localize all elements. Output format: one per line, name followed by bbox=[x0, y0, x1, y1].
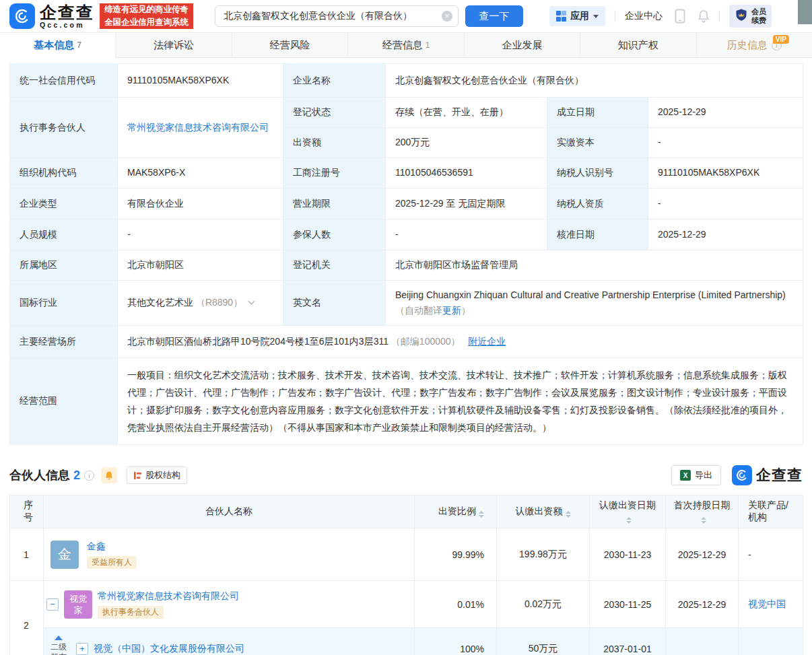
scrollbar-thumb[interactable] bbox=[798, 0, 812, 24]
taxpayer-id-label: 纳税人识别号 bbox=[547, 158, 648, 188]
sub-shareholder-name-link[interactable]: 视觉（中国）文化发展股份有限公司 bbox=[94, 643, 244, 655]
staff-size-value: - bbox=[118, 219, 283, 250]
vip-label-2: 续费 bbox=[751, 16, 766, 25]
partner-name-link[interactable]: 常州视觉家信息技术咨询有限公司 bbox=[98, 590, 239, 601]
related-product-link[interactable]: 视觉中国 bbox=[748, 598, 786, 609]
region-label: 所属地区 bbox=[10, 250, 118, 281]
insured-label: 参保人数 bbox=[283, 219, 386, 250]
search-button[interactable]: 查一下 bbox=[465, 5, 523, 27]
collapse-button[interactable]: − bbox=[46, 598, 59, 611]
excel-icon: X bbox=[680, 470, 691, 481]
top-header: 企查查 Qcc.com 缔造有远见的商业传奇 全国企业信用查询系统 × 查一下 … bbox=[0, 0, 812, 32]
monitor-bell-icon[interactable] bbox=[101, 467, 117, 483]
clear-search-icon[interactable]: × bbox=[442, 11, 452, 22]
partner-row: 1 金 金鑫 受益所有人 99.99% 199.98万元 2030-11-23 … bbox=[10, 528, 803, 581]
sort-icon[interactable] bbox=[701, 517, 706, 524]
tab-operation-risk[interactable]: 经营风险 bbox=[232, 33, 347, 57]
partners-table: 序号 合伙人名称 出资比例 认缴出资额 认缴出资日期 首次持股日期 关联产品/机… bbox=[9, 495, 803, 655]
chevron-down-icon[interactable] bbox=[248, 298, 255, 305]
search-input[interactable] bbox=[215, 6, 458, 26]
partner-avatar: 视觉家 bbox=[64, 590, 92, 619]
sort-icon[interactable] bbox=[626, 517, 632, 524]
tab-enterprise-development[interactable]: 企业发展 bbox=[464, 33, 580, 57]
partner-name-link[interactable]: 金鑫 bbox=[87, 541, 106, 551]
qcc-watermark-logo: 企查查 bbox=[732, 465, 803, 485]
mobile-app-icon[interactable] bbox=[675, 9, 685, 24]
capital-label: 出资额 bbox=[283, 128, 386, 158]
equity-chart-icon bbox=[133, 471, 142, 480]
col-ratio[interactable]: 出资比例 bbox=[415, 495, 497, 528]
basic-info-table: 统一社会信用代码 91110105MAK58XP6XK 企业名称 北京创鑫智权文… bbox=[9, 63, 803, 445]
sort-icon[interactable] bbox=[479, 511, 484, 518]
subscribe-date-value: 2030-11-25 bbox=[590, 581, 666, 628]
exec-partner-link[interactable]: 常州视觉家信息技术咨询有限公司 bbox=[127, 122, 269, 133]
english-name-value: Beijing Chuangxin Zhiquan Cultural and C… bbox=[386, 281, 803, 326]
translate-update-link[interactable]: 更新 bbox=[442, 305, 461, 316]
subscribe-date-value: 2030-11-23 bbox=[590, 528, 666, 581]
apps-label: 应用 bbox=[570, 10, 589, 22]
row-index: 1 bbox=[10, 528, 44, 581]
tab-operation-info[interactable]: 经营信息1 bbox=[347, 33, 463, 57]
tab-basic-info[interactable]: 基本信息7 bbox=[0, 33, 115, 58]
authority-value: 北京市朝阳区市场监督管理局 bbox=[386, 250, 803, 281]
sort-icon[interactable] bbox=[566, 511, 571, 518]
col-amount[interactable]: 认缴出资额 bbox=[497, 495, 590, 528]
amount-value: 50万元 bbox=[497, 628, 590, 655]
notification-bell-icon[interactable] bbox=[698, 9, 710, 23]
paid-capital-label: 实缴资本 bbox=[547, 128, 648, 158]
authority-label: 登记机关 bbox=[283, 250, 386, 281]
enterprise-center-link[interactable]: 企业中心 bbox=[625, 10, 663, 22]
qcc-logo-text: 企查查 bbox=[40, 4, 94, 21]
col-subscribe-date[interactable]: 认缴出资日期 bbox=[590, 495, 666, 528]
export-button[interactable]: X 导出 bbox=[671, 465, 721, 485]
insured-value: - bbox=[386, 219, 547, 250]
taxpayer-qual-label: 纳税人资质 bbox=[547, 188, 648, 219]
approval-date-value: 2025-12-29 bbox=[648, 219, 803, 250]
apps-menu-button[interactable]: 应用 bbox=[549, 6, 606, 26]
tab-legal-litigation[interactable]: 法律诉讼 bbox=[115, 33, 231, 57]
vip-crown-icon bbox=[735, 8, 748, 24]
executive-partner-tag: 执行事务合伙人 bbox=[98, 606, 164, 619]
exec-partner-label: 执行事务合伙人 bbox=[10, 98, 118, 158]
paid-capital-value: - bbox=[648, 128, 803, 158]
tab-intellectual-property[interactable]: 知识产权 bbox=[580, 33, 696, 57]
nearby-companies-link[interactable]: 附近企业 bbox=[468, 336, 506, 347]
caret-down-icon bbox=[593, 15, 599, 18]
secondary-shareholder-toggle[interactable]: 二级股东 bbox=[46, 635, 71, 655]
related-value: - bbox=[739, 528, 803, 581]
org-code-value: MAK58XP6-X bbox=[118, 158, 283, 188]
col-first-hold-date[interactable]: 首次持股日期 bbox=[666, 495, 739, 528]
divider bbox=[615, 11, 615, 22]
qcc-logo-icon bbox=[732, 465, 752, 485]
beneficial-owner-tag: 受益所有人 bbox=[87, 556, 137, 569]
ratio-value: 100% bbox=[415, 628, 497, 655]
qcc-logo-domain: Qcc.com bbox=[40, 21, 94, 29]
slogan-line1: 缔造有远见的商业传奇 bbox=[104, 3, 189, 16]
org-code-label: 组织机构代码 bbox=[10, 158, 118, 188]
approval-date-label: 核准日期 bbox=[547, 219, 648, 250]
qcc-logo[interactable]: 企查查 Qcc.com bbox=[9, 3, 94, 29]
vip-renew-button[interactable]: 会员 续费 bbox=[729, 5, 772, 28]
subscribe-date-value: 2037-01-01 bbox=[590, 628, 666, 655]
tab-bar: 基本信息7 法律诉讼 经营风险 经营信息1 企业发展 知识产权 VIP 历史信息… bbox=[0, 32, 812, 58]
triangle-up-icon bbox=[55, 635, 63, 640]
ratio-value: 0.01% bbox=[415, 581, 497, 628]
first-hold-date-value: 2025-12-29 bbox=[666, 528, 739, 581]
header-actions: 应用 企业中心 会员 续费 bbox=[549, 5, 772, 28]
company-name-value: 北京创鑫智权文化创意合伙企业（有限合伙） bbox=[386, 64, 803, 98]
search-input-wrap: × bbox=[215, 5, 459, 27]
equity-structure-button[interactable]: 股权结构 bbox=[127, 467, 187, 484]
apps-grid-icon bbox=[556, 11, 567, 22]
partners-header: 合伙人信息 2 i 股权结构 X 导出 企查查 bbox=[9, 465, 803, 485]
search-bar: × 查一下 bbox=[215, 5, 523, 27]
expand-button[interactable]: + bbox=[76, 643, 88, 655]
tab-count: 7 bbox=[77, 40, 81, 50]
establish-date-label: 成立日期 bbox=[547, 98, 648, 128]
divider bbox=[719, 11, 720, 22]
partners-count: 2 bbox=[73, 469, 80, 483]
tab-count: 1 bbox=[426, 40, 430, 50]
partners-table-header-row: 序号 合伙人名称 出资比例 认缴出资额 认缴出资日期 首次持股日期 关联产品/机… bbox=[10, 495, 803, 528]
tab-history-info[interactable]: VIP 历史信息 i bbox=[696, 33, 812, 57]
industry-value: 其他文化艺术业 （R8890） bbox=[118, 281, 283, 326]
slogan-banner: 缔造有远见的商业传奇 全国企业信用查询系统 bbox=[100, 3, 193, 29]
